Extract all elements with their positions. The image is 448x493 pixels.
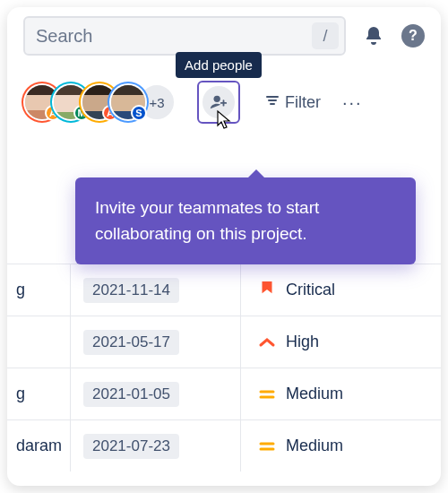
table-row[interactable]: daram 2021-07-23 Medium <box>7 419 441 471</box>
priority-critical-icon <box>257 281 277 300</box>
row-priority-cell: Critical <box>240 264 441 316</box>
table-row[interactable]: g 2021-01-05 Medium <box>7 368 441 419</box>
row-name-fragment: g <box>7 385 70 403</box>
filter-button[interactable]: Filter <box>265 93 321 112</box>
priority-medium-icon <box>257 437 277 456</box>
row-name-fragment: daram <box>7 437 70 455</box>
coachmark-text: Invite your teammates to start collabora… <box>95 198 319 243</box>
row-date-cell: 2021-07-23 <box>70 420 240 471</box>
help-icon[interactable]: ? <box>401 24 425 48</box>
filter-icon <box>265 93 280 112</box>
priority-label: High <box>286 333 319 351</box>
row-date-cell: 2021-11-14 <box>70 264 240 316</box>
toolbar: A M A S +3 Add people <box>7 65 441 145</box>
search-shortcut-key: / <box>312 22 339 49</box>
onboarding-coachmark: Invite your teammates to start collabora… <box>75 177 416 264</box>
table-row[interactable]: g 2021-11-14 Critical <box>7 264 441 316</box>
row-name-fragment: g <box>7 281 70 299</box>
date-chip: 2021-01-05 <box>83 382 179 407</box>
svg-point-0 <box>214 96 220 102</box>
row-priority-cell: Medium <box>240 420 441 471</box>
more-button[interactable]: ··· <box>342 92 363 113</box>
row-date-cell: 2021-05-17 <box>70 316 240 368</box>
priority-label: Medium <box>286 437 343 455</box>
add-people-button[interactable]: Add people <box>197 81 240 124</box>
table-row[interactable]: 2021-05-17 High <box>7 316 441 368</box>
row-date-cell: 2021-01-05 <box>70 368 240 419</box>
filter-label: Filter <box>285 93 321 112</box>
notifications-icon[interactable] <box>362 24 385 48</box>
add-people-icon <box>202 86 235 118</box>
search-input[interactable]: Search / <box>23 16 346 56</box>
avatar[interactable]: S <box>109 83 147 121</box>
table-body: g 2021-11-14 Critical 2021-05-17 High <box>7 264 441 471</box>
priority-medium-icon <box>257 385 277 404</box>
avatar-stack[interactable]: A M A S +3 <box>23 83 176 121</box>
date-chip: 2021-11-14 <box>83 278 179 303</box>
search-placeholder: Search <box>36 26 312 47</box>
row-priority-cell: High <box>240 316 441 368</box>
date-chip: 2021-07-23 <box>83 434 179 459</box>
add-people-tooltip: Add people <box>176 52 262 78</box>
priority-high-icon <box>257 333 277 352</box>
priority-label: Critical <box>286 281 335 299</box>
priority-label: Medium <box>286 385 343 403</box>
row-priority-cell: Medium <box>240 368 441 419</box>
date-chip: 2021-05-17 <box>83 330 179 355</box>
